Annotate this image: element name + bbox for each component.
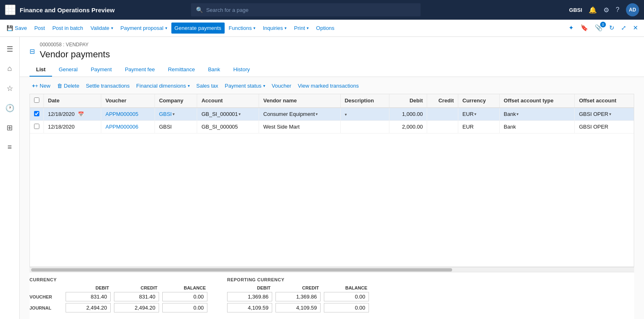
payment-status-button[interactable]: Payment status ▾	[222, 81, 268, 90]
search-input[interactable]	[206, 7, 416, 13]
sidebar-menu-button[interactable]: ☰	[1, 40, 19, 58]
row-debit: 1,000.00	[389, 108, 427, 121]
summary-sections: CURRENCY DEBIT CREDIT BALANCE VOUCHER 83…	[30, 277, 634, 312]
row-date: 12/18/2020 📅	[44, 108, 101, 121]
sidebar-recent-button[interactable]: 🕐	[1, 99, 19, 117]
delete-icon: 🗑	[57, 83, 62, 89]
generate-payments-button[interactable]: Generate payments	[171, 23, 225, 34]
grid-icon	[6, 5, 15, 14]
currency-value: EUR	[462, 111, 473, 117]
company-dropdown-arrow[interactable]: ▾	[173, 112, 175, 116]
voucher-button[interactable]: Voucher	[269, 81, 294, 90]
summary-bar: CURRENCY DEBIT CREDIT BALANCE VOUCHER 83…	[30, 272, 634, 319]
select-all-checkbox[interactable]	[34, 97, 39, 103]
row-checkbox[interactable]	[34, 124, 39, 129]
sidebar-home-button[interactable]: ⌂	[1, 60, 19, 78]
tab-payment[interactable]: Payment	[84, 63, 118, 77]
currency-voucher-credit: 831.40	[114, 292, 159, 301]
top-bar: Finance and Operations Preview 🔍 GBSI 🔔 …	[0, 0, 644, 20]
reporting-journal-debit: 4,109.59	[227, 303, 272, 312]
row-check-cell[interactable]	[30, 120, 44, 133]
notification-button[interactable]: 🔔	[589, 6, 597, 14]
print-button[interactable]: Print ▾	[291, 23, 312, 34]
view-marked-button[interactable]: View marked transactions	[296, 81, 362, 90]
currency-voucher-debit: 831.40	[66, 292, 111, 301]
table-row[interactable]: 12/18/2020 📅 APPM000005 GBSI▾ GB_SI_0000…	[30, 108, 634, 121]
reporting-credit-header: CREDIT	[275, 285, 321, 290]
post-button[interactable]: Post	[31, 23, 48, 34]
attachments-button[interactable]: 📎 0	[592, 23, 605, 33]
offset-account-dropdown-arrow[interactable]: ▾	[609, 112, 611, 116]
notes-button[interactable]: 🔖	[578, 23, 591, 33]
sidebar: ☰ ⌂ ☆ 🕐 ⊞ ≡	[0, 37, 20, 319]
col-credit: Credit	[427, 94, 458, 108]
tab-history[interactable]: History	[227, 63, 256, 77]
reporting-currency-summary: REPORTING CURRENCY DEBIT CREDIT BALANCE …	[227, 277, 369, 312]
personalize-button[interactable]: ✦	[566, 23, 576, 33]
inquiries-chevron: ▾	[284, 26, 287, 30]
row-checkbox[interactable]	[34, 111, 39, 116]
offset-type-dropdown-arrow[interactable]: ▾	[517, 112, 519, 116]
row-description: ▾	[340, 108, 389, 121]
avatar[interactable]: AD	[626, 3, 639, 16]
sidebar-favorites-button[interactable]: ☆	[1, 79, 19, 97]
horizontal-scrollbar[interactable]	[30, 267, 634, 272]
table-row[interactable]: 12/18/2020 APPM000006 GBSI GB_SI_000005 …	[30, 120, 634, 133]
account-dropdown-arrow[interactable]: ▾	[239, 112, 241, 116]
options-button[interactable]: Options	[313, 23, 338, 34]
tab-remittance[interactable]: Remittance	[162, 63, 202, 77]
voucher-link[interactable]: APPM000005	[105, 111, 138, 117]
scroll-thumb[interactable]	[31, 268, 452, 271]
sidebar-workspace-button[interactable]: ⊞	[1, 119, 19, 137]
offset-type-value: Bank	[504, 124, 516, 130]
sidebar-modules-button[interactable]: ≡	[1, 138, 19, 156]
settings-button[interactable]: ⚙	[603, 6, 609, 14]
currency-dropdown-arrow[interactable]: ▾	[474, 112, 476, 116]
inquiries-button[interactable]: Inquiries ▾	[259, 23, 290, 34]
tab-general[interactable]: General	[52, 63, 84, 77]
company-link[interactable]: GBSI	[159, 111, 172, 117]
search-bar[interactable]: 🔍	[191, 3, 421, 16]
sales-tax-button[interactable]: Sales tax	[194, 81, 221, 90]
financial-dimensions-button[interactable]: Financial dimensions ▾	[134, 81, 192, 90]
close-button[interactable]: ✕	[630, 23, 641, 33]
col-company: Company	[155, 94, 197, 108]
functions-button[interactable]: Functions ▾	[225, 23, 259, 34]
row-vendor-name: West Side Mart	[259, 120, 340, 133]
payment-status-chevron: ▾	[263, 84, 265, 88]
offset-type-value: Bank	[504, 111, 516, 117]
grid-menu-button[interactable]	[5, 5, 16, 15]
payment-proposal-chevron: ▾	[165, 26, 167, 30]
save-icon: 💾	[7, 25, 13, 31]
validate-button[interactable]: Validate ▾	[87, 23, 116, 34]
tab-payment-fee[interactable]: Payment fee	[118, 63, 162, 77]
currency-value: EUR	[462, 124, 473, 130]
row-debit: 2,000.00	[389, 120, 427, 133]
col-currency: Currency	[458, 94, 500, 108]
open-new-button[interactable]: ⤢	[619, 23, 629, 33]
filter-button[interactable]: ⊟	[30, 42, 35, 55]
delete-button[interactable]: 🗑 Delete	[55, 81, 82, 90]
offset-account-value: GBSI OPER	[579, 124, 608, 130]
vendor-dropdown-arrow[interactable]: ▾	[316, 112, 318, 116]
calendar-icon[interactable]: 📅	[78, 111, 84, 117]
settle-transactions-button[interactable]: Settle transactions	[83, 81, 132, 90]
post-in-batch-button[interactable]: Post in batch	[49, 23, 86, 34]
new-button[interactable]: + + New	[30, 81, 53, 90]
voucher-link[interactable]: APPM000006	[105, 124, 138, 130]
payment-proposal-button[interactable]: Payment proposal ▾	[117, 23, 171, 34]
layout: ☰ ⌂ ☆ 🕐 ⊞ ≡ ⊟ 00000058 : VENDPAY Vendor …	[0, 37, 644, 319]
save-button[interactable]: 💾 Save	[3, 23, 30, 34]
row-company: GBSI▾	[155, 108, 197, 121]
refresh-button[interactable]: ↻	[607, 23, 617, 33]
reporting-voucher-balance: 0.00	[324, 292, 369, 301]
company-label: GBSI	[569, 7, 582, 13]
tab-list[interactable]: List	[30, 63, 52, 77]
search-icon: 🔍	[196, 7, 203, 13]
tab-bank[interactable]: Bank	[201, 63, 227, 77]
row-offset-account: GBSI OPER	[575, 120, 634, 133]
breadcrumb: 00000058 : VENDPAY	[40, 42, 110, 48]
description-dropdown-arrow[interactable]: ▾	[345, 112, 347, 117]
row-check-cell[interactable]	[30, 108, 44, 121]
help-button[interactable]: ?	[616, 6, 619, 14]
